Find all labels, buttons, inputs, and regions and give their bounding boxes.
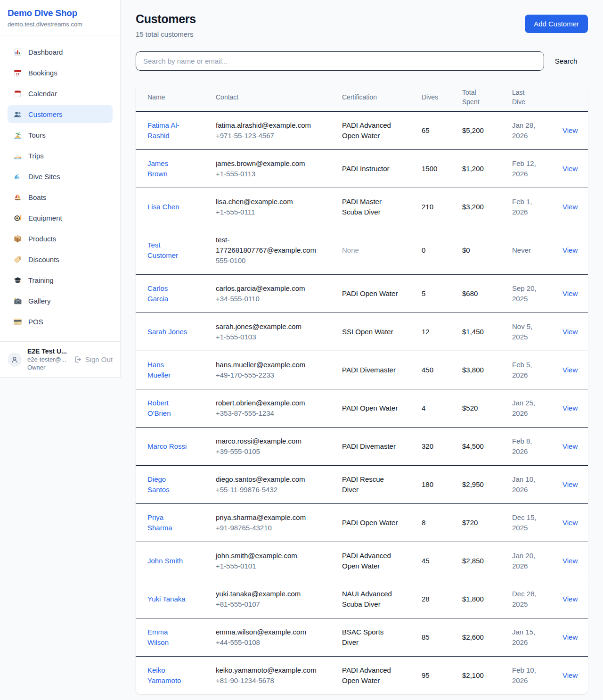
customer-dives: 4: [422, 403, 462, 413]
customer-email: hans.mueller@example.com: [216, 360, 327, 370]
avatar: [8, 353, 22, 367]
sidebar-item-gallery[interactable]: Gallery: [8, 292, 113, 310]
customer-dives: 1500: [422, 164, 462, 174]
column-header-certification: Certification: [342, 92, 422, 102]
customer-last-dive: Feb 10, 2026: [512, 665, 540, 686]
customer-name-link[interactable]: Carlos Garcia: [147, 283, 189, 304]
customer-total-spent: $520: [462, 403, 512, 413]
customer-last-dive: Jan 28, 2026: [512, 120, 540, 141]
sidebar-item-dive-sites[interactable]: Dive Sites: [8, 167, 113, 185]
sidebar-item-training[interactable]: Training: [8, 271, 113, 289]
table-row: Priya Sharma priya.sharma@example.com +9…: [136, 504, 588, 542]
sidebar-item-products[interactable]: Products: [8, 230, 113, 247]
view-customer-link[interactable]: View: [562, 442, 578, 450]
column-header-dives: Dives: [422, 92, 462, 102]
customer-name-link[interactable]: Lisa Chen: [147, 202, 179, 212]
customer-name-link[interactable]: James Brown: [147, 158, 189, 179]
sidebar-item-pos[interactable]: POS: [8, 313, 113, 330]
customer-name-link[interactable]: Test Customer: [147, 240, 189, 261]
sidebar-item-trips[interactable]: Trips: [8, 147, 113, 165]
table-header-row: Name Contact Certification Dives Total S…: [136, 82, 588, 112]
customer-name-link[interactable]: Robert O'Brien: [147, 398, 189, 419]
customer-certification: BSAC Sports Diver: [342, 627, 400, 648]
sidebar-item-label: Dive Sites: [28, 173, 60, 181]
customer-total-spent: $1,200: [462, 164, 512, 174]
view-customer-link[interactable]: View: [562, 671, 578, 679]
customer-name-link[interactable]: John Smith: [147, 556, 183, 566]
customer-email: robert.obrien@example.com: [216, 398, 327, 408]
shop-name: Demo Dive Shop: [8, 8, 113, 18]
customer-certification: PADI Open Water: [342, 403, 400, 413]
sidebar-item-customers[interactable]: Customers: [8, 105, 113, 123]
search-input[interactable]: [136, 51, 544, 71]
view-customer-link[interactable]: View: [562, 126, 578, 134]
sidebar-item-dashboard[interactable]: Dashboard: [8, 43, 113, 61]
view-customer-link[interactable]: View: [562, 328, 578, 336]
svg-text:17: 17: [16, 72, 20, 75]
sidebar-item-calendar[interactable]: Calendar: [8, 84, 113, 102]
customer-phone: +1-555-0111: [216, 207, 342, 217]
customer-dives: 180: [422, 479, 462, 490]
sailboat-icon: [13, 193, 22, 202]
sidebar-item-boats[interactable]: Boats: [8, 188, 113, 206]
tag-icon: [13, 255, 22, 264]
customer-certification: PADI Master Scuba Diver: [342, 197, 400, 217]
customer-name-link[interactable]: Yuki Tanaka: [147, 594, 186, 604]
view-customer-link[interactable]: View: [562, 165, 578, 173]
customer-name-link[interactable]: Marco Rossi: [147, 441, 187, 452]
customer-phone: +81-555-0107: [216, 599, 342, 609]
wave-icon: [13, 172, 22, 181]
sidebar-item-discounts[interactable]: Discounts: [8, 250, 113, 268]
view-customer-link[interactable]: View: [562, 633, 578, 641]
view-customer-link[interactable]: View: [562, 557, 578, 565]
customer-name-link[interactable]: Hans Mueller: [147, 360, 189, 380]
page-header: Customers 15 total customers Add Custome…: [136, 12, 588, 38]
customer-name-link[interactable]: Diego Santos: [147, 474, 189, 495]
customer-phone: +49-170-555-2233: [216, 370, 342, 380]
customer-certification: PADI Open Water: [342, 518, 400, 528]
customer-dives: 8: [422, 518, 462, 528]
customer-phone: +1-555-0101: [216, 561, 342, 571]
sidebar-item-equipment[interactable]: Equipment: [8, 209, 113, 227]
view-customer-link[interactable]: View: [562, 595, 578, 603]
customer-last-dive: Dec 15, 2025: [512, 512, 540, 533]
view-customer-link[interactable]: View: [562, 519, 578, 527]
customer-name-link[interactable]: Sarah Jones: [147, 327, 187, 337]
customer-total-spent: $2,850: [462, 556, 512, 566]
dive-mask-icon: [13, 214, 22, 222]
view-customer-link[interactable]: View: [562, 203, 578, 211]
sidebar-item-label: Tours: [28, 131, 46, 139]
customer-name-link[interactable]: Emma Wilson: [147, 627, 189, 648]
sidebar-item-tours[interactable]: Tours: [8, 126, 113, 144]
column-header-total-spent: Total Spent: [462, 88, 512, 107]
table-row: James Brown james.brown@example.com +1-5…: [136, 150, 588, 188]
view-customer-link[interactable]: View: [562, 366, 578, 374]
sidebar-item-bookings[interactable]: 17 Bookings: [8, 64, 113, 82]
column-header-contact: Contact: [216, 92, 342, 102]
view-customer-link[interactable]: View: [562, 246, 578, 254]
customer-email: lisa.chen@example.com: [216, 197, 327, 207]
person-icon: [10, 355, 19, 364]
view-customer-link[interactable]: View: [562, 480, 578, 488]
sign-out-button[interactable]: Sign Out: [74, 355, 113, 363]
customer-name-link[interactable]: Priya Sharma: [147, 512, 189, 533]
customer-certification: PADI Advanced Open Water: [342, 551, 400, 571]
customer-name-link[interactable]: Keiko Yamamoto: [147, 665, 189, 686]
customer-email: sarah.jones@example.com: [216, 321, 327, 332]
island-icon: [13, 131, 22, 140]
view-customer-link[interactable]: View: [562, 289, 578, 297]
add-customer-button[interactable]: Add Customer: [525, 15, 588, 33]
customer-last-dive: Jan 15, 2026: [512, 627, 540, 648]
customer-name-link[interactable]: Fatima Al-Rashid: [147, 120, 189, 141]
customer-last-dive: Jan 20, 2026: [512, 551, 540, 571]
view-customer-link[interactable]: View: [562, 404, 578, 412]
search-button[interactable]: Search: [544, 57, 588, 65]
customer-dives: 320: [422, 441, 462, 452]
customers-table: Name Contact Certification Dives Total S…: [136, 82, 588, 694]
sidebar-item-label: Calendar: [28, 90, 57, 98]
sidebar-item-label: Bookings: [28, 69, 57, 77]
graduation-cap-icon: [13, 276, 22, 285]
sidebar-header: Demo Dive Shop demo.test.divestreams.com: [0, 0, 120, 35]
sign-out-label: Sign Out: [85, 355, 113, 363]
customer-dives: 45: [422, 556, 462, 566]
